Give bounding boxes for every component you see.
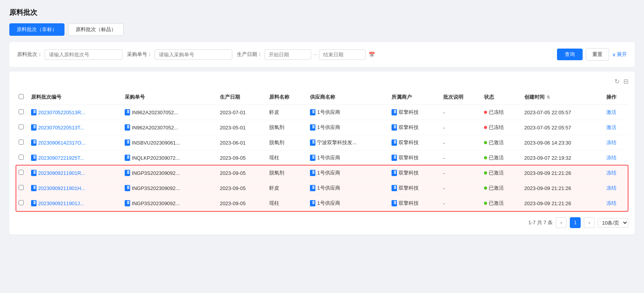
status-cell: 已冻结 bbox=[481, 105, 521, 120]
order-no-cell: INQLKP202309072... bbox=[122, 150, 217, 166]
search-actions: 查询 重置 ∨ 展开 bbox=[557, 48, 627, 61]
action-cell: 冻结 bbox=[603, 150, 628, 166]
table-row: 20230909211901R... INGP3S202309092... 20… bbox=[16, 166, 628, 181]
prod-date-cell: 2023-05-01 bbox=[217, 120, 266, 135]
batch-desc-cell: - bbox=[440, 196, 481, 211]
order-no-content: INGP3S202309092... bbox=[125, 185, 214, 191]
row-checkbox-cell bbox=[16, 196, 28, 211]
date-label: 生产日期： bbox=[237, 51, 262, 58]
supplier-doc-icon bbox=[310, 185, 315, 191]
material-name-cell: 虾皮 bbox=[266, 181, 307, 196]
status-cell: 已激活 bbox=[481, 196, 521, 211]
batch-no-link[interactable]: 20230907221925T... bbox=[31, 155, 118, 161]
row-checkbox[interactable] bbox=[19, 140, 24, 145]
page-size-select[interactable]: 10条/页 20条/页 50条/页 bbox=[598, 218, 628, 228]
expand-label: 展开 bbox=[617, 51, 627, 58]
action-link[interactable]: 冻结 bbox=[606, 155, 616, 160]
action-link[interactable]: 冻结 bbox=[606, 200, 616, 206]
merchant-doc-icon bbox=[392, 185, 397, 191]
batch-no-link[interactable]: 20230705220513T... bbox=[31, 124, 118, 131]
col-material-name: 原料名称 bbox=[266, 90, 307, 105]
batch-no-cell: 20230705220513R... bbox=[28, 105, 122, 120]
date-start-input[interactable] bbox=[265, 49, 311, 60]
row-checkbox[interactable] bbox=[19, 155, 24, 160]
chevron-down-icon: ∨ bbox=[612, 52, 616, 58]
select-all-checkbox[interactable] bbox=[19, 94, 24, 99]
row-checkbox[interactable] bbox=[19, 170, 24, 175]
created-at-cell: 2023-09-07 22:19:32 bbox=[521, 150, 603, 166]
action-cell: 激活 bbox=[603, 120, 628, 135]
row-checkbox[interactable] bbox=[19, 200, 24, 205]
table-row: 20230705220513R... IN962A202307052... 20… bbox=[16, 105, 628, 120]
batch-no-cell: 20230909211901R... bbox=[28, 166, 122, 181]
row-checkbox[interactable] bbox=[19, 185, 24, 190]
action-cell: 冻结 bbox=[603, 196, 628, 211]
prod-date-cell: 2023-06-01 bbox=[217, 135, 266, 150]
col-prod-date: 生产日期 bbox=[217, 90, 266, 105]
batch-no-link[interactable]: 20230906142317O... bbox=[31, 140, 118, 146]
sort-icon[interactable]: ⇅ bbox=[547, 95, 550, 99]
col-status: 状态 bbox=[481, 90, 521, 105]
action-link[interactable]: 激活 bbox=[606, 109, 616, 115]
batch-no-cell: 20230906142317O... bbox=[28, 135, 122, 150]
header-checkbox-cell bbox=[16, 90, 28, 105]
calendar-icon[interactable]: 📅 bbox=[369, 52, 375, 58]
created-at-cell: 2023-07-05 22:05:57 bbox=[521, 120, 603, 135]
search-panel: 原料批次： 采购单号： 生产日期： → 📅 查询 重置 ∨ 展开 bbox=[9, 42, 635, 67]
action-link[interactable]: 冻结 bbox=[606, 170, 616, 176]
reset-button[interactable]: 重置 bbox=[586, 48, 609, 61]
order-doc-icon bbox=[125, 185, 130, 191]
order-input[interactable] bbox=[155, 49, 232, 60]
action-link[interactable]: 激活 bbox=[606, 124, 616, 130]
tab-non-standard[interactable]: 原料批次（非标） bbox=[9, 23, 64, 36]
order-doc-icon bbox=[125, 140, 130, 146]
material-name-cell: 脱氧剂 bbox=[266, 135, 307, 150]
refresh-icon[interactable]: ↻ bbox=[614, 78, 620, 85]
prev-page-button[interactable]: ‹ bbox=[556, 217, 567, 228]
material-name-cell: 瑶柱 bbox=[266, 150, 307, 166]
col-created-at: 创建时间 ⇅ bbox=[521, 90, 603, 105]
status-dot bbox=[484, 171, 487, 174]
batch-desc-cell: - bbox=[440, 105, 481, 120]
material-name-cell: 脱氧剂 bbox=[266, 166, 307, 181]
row-checkbox[interactable] bbox=[19, 109, 24, 114]
batch-no-link[interactable]: 20230909211901H... bbox=[31, 185, 118, 191]
action-link[interactable]: 冻结 bbox=[606, 185, 616, 191]
query-button[interactable]: 查询 bbox=[557, 49, 583, 60]
tab-standard[interactable]: 原料批次（标品） bbox=[68, 23, 124, 36]
col-supplier: 供应商名称 bbox=[307, 90, 388, 105]
column-settings-icon[interactable]: ⊟ bbox=[623, 78, 628, 85]
current-page-button[interactable]: 1 bbox=[570, 217, 581, 228]
batch-no-link[interactable]: 20230909211901R... bbox=[31, 170, 118, 176]
merchant-cell: 双擎科技 bbox=[388, 120, 440, 135]
batch-no-link[interactable]: 20230705220513R... bbox=[31, 109, 118, 115]
next-page-button[interactable]: › bbox=[584, 217, 595, 228]
status-dot bbox=[484, 111, 487, 114]
table-row: 20230906142317O... INSBVU202309061... 20… bbox=[16, 135, 628, 150]
date-range: → 📅 bbox=[265, 49, 375, 60]
date-end-input[interactable] bbox=[319, 49, 366, 60]
merchant-doc-icon bbox=[392, 124, 397, 131]
order-label: 采购单号： bbox=[127, 51, 152, 58]
merchant-doc-icon bbox=[392, 109, 397, 115]
batch-no-link[interactable]: 20230909211901J... bbox=[31, 200, 118, 206]
created-at-cell: 2023-09-09 21:21:26 bbox=[521, 181, 603, 196]
pagination: 1-7 共 7 条 ‹ 1 › 10条/页 20条/页 50条/页 bbox=[16, 217, 628, 228]
expand-button[interactable]: ∨ 展开 bbox=[612, 51, 627, 58]
supplier-doc-icon bbox=[310, 170, 315, 176]
doc-icon bbox=[31, 109, 37, 115]
data-table: 原料批次编号 采购单号 生产日期 原料名称 供应商名称 所属商户 批次说明 状态… bbox=[16, 90, 628, 211]
action-link[interactable]: 冻结 bbox=[606, 140, 616, 145]
doc-icon bbox=[31, 140, 37, 146]
action-cell: 冻结 bbox=[603, 166, 628, 181]
batch-label: 原料批次： bbox=[17, 51, 42, 58]
col-merchant: 所属商户 bbox=[388, 90, 440, 105]
status-cell: 已激活 bbox=[481, 150, 521, 166]
supplier-cell: 宁波双擎科技发... bbox=[307, 135, 388, 150]
col-batch-no: 原料批次编号 bbox=[28, 90, 122, 105]
material-name-cell: 瑶柱 bbox=[266, 196, 307, 211]
status-cell: 已激活 bbox=[481, 135, 521, 150]
supplier-cell: 1号供应商 bbox=[307, 181, 388, 196]
row-checkbox[interactable] bbox=[19, 124, 24, 129]
batch-input[interactable] bbox=[45, 49, 122, 60]
